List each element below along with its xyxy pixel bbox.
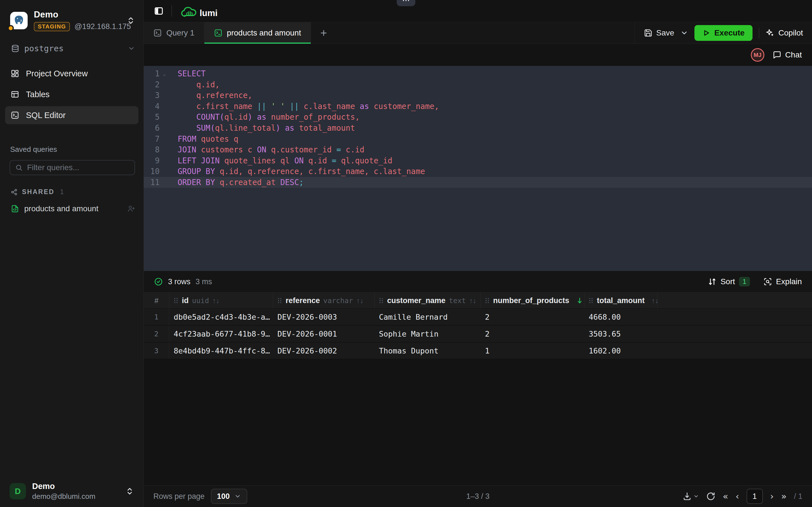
column-drag-handle-icon[interactable]	[589, 297, 594, 304]
code-line[interactable]: 11ORDER BY q.created_at DESC;	[144, 177, 812, 188]
copilot-button[interactable]: Copilot	[765, 29, 803, 38]
column-header-number_of_products[interactable]: number_of_productsbig…	[480, 293, 584, 308]
column-sort-icon[interactable]: ↑↓	[212, 297, 219, 305]
next-page-button[interactable]: ›	[770, 491, 774, 502]
execute-button[interactable]: Execute	[695, 25, 752, 41]
column-drag-handle-icon[interactable]	[277, 297, 282, 304]
explain-button[interactable]: Explain	[763, 277, 802, 286]
code-text: COUNT(ql.id) as number_of_products,	[169, 112, 360, 122]
project-host: @192.168.1.175	[74, 22, 131, 31]
gutter-spacer	[160, 144, 169, 155]
column-header-id[interactable]: iduuid↑↓	[169, 293, 273, 308]
line-number: 3	[144, 90, 160, 101]
shared-section-header[interactable]: SHARED 1	[11, 188, 133, 196]
code-line[interactable]: 8JOIN customers c ON q.customer_id = c.i…	[144, 144, 812, 155]
table-cell[interactable]: Camille Bernard	[374, 309, 480, 325]
saved-query-item[interactable]: products and amount	[11, 204, 135, 213]
download-options-icon[interactable]	[693, 494, 699, 499]
main-area: db lumi Query 1products and amount Save	[144, 0, 812, 507]
code-text: SELECT	[169, 68, 206, 79]
table-row[interactable]: 1db0e5ad2-c4d3-4b3e-a…DEV-2026-0003Camil…	[144, 309, 812, 326]
table-cell[interactable]: 1	[480, 342, 584, 359]
gutter-spacer	[160, 122, 169, 133]
table-cell[interactable]: Thomas Dupont	[374, 342, 480, 359]
sidebar-item-project-overview[interactable]: Project Overview	[5, 64, 139, 82]
table-cell[interactable]: DEV-2026-0003	[273, 309, 374, 325]
code-line[interactable]: 4 c.first_name || ' ' || c.last_name as …	[144, 101, 812, 112]
results-toolbar: 3 rows 3 ms Sort 1 Explain	[144, 271, 812, 292]
app-window: Demo STAGING @192.168.1.175 postgres Pro…	[0, 0, 812, 507]
pager-controls: « ‹ 1 › » / 1	[682, 489, 802, 504]
code-line[interactable]: 3 q.reference,	[144, 90, 812, 101]
previous-page-button[interactable]: ‹	[735, 491, 739, 502]
table-cell[interactable]: 2	[480, 326, 584, 342]
code-line[interactable]: 10GROUP BY q.id, q.reference, c.first_na…	[144, 166, 812, 177]
column-drag-handle-icon[interactable]	[485, 297, 490, 304]
table-cell[interactable]: 1602.00	[584, 342, 658, 359]
fold-chevron-icon[interactable]: ⌄	[160, 68, 169, 79]
line-number: 1	[144, 68, 160, 79]
row-filler	[658, 309, 812, 325]
column-header-customer_name[interactable]: customer_nametext↑↓	[374, 293, 480, 308]
chevron-down-icon	[128, 45, 135, 52]
first-page-button[interactable]: «	[723, 491, 728, 502]
column-header-reference[interactable]: referencevarchar↑↓	[273, 293, 374, 308]
table-cell[interactable]: DEV-2026-0001	[273, 326, 374, 342]
column-sort-icon[interactable]: ↑↓	[652, 297, 658, 305]
editor-actions: Save Execute Copilot	[635, 22, 812, 44]
table-cell[interactable]: db0e5ad2-c4d3-4b3e-a…	[169, 309, 273, 325]
sort-button[interactable]: Sort 1	[708, 277, 750, 286]
sidebar-item-sql-editor[interactable]: SQL Editor	[5, 106, 139, 124]
rows-per-page-select[interactable]: 100	[211, 489, 247, 504]
last-page-button[interactable]: »	[781, 491, 786, 502]
table-row[interactable]: 38e4bd4b9-447b-4ffc-8…DEV-2026-0002Thoma…	[144, 342, 812, 359]
filter-queries-input[interactable]	[27, 163, 130, 172]
database-selector[interactable]: postgres	[0, 44, 144, 53]
table-row[interactable]: 24cf23aab-6677-41b8-9…DEV-2026-0001Sophi…	[144, 326, 812, 342]
success-check-icon	[154, 277, 163, 286]
tab-query-1[interactable]: Query 1	[144, 22, 204, 44]
sidebar-toggle-icon[interactable]	[154, 6, 163, 16]
column-sort-icon[interactable]: ↑↓	[356, 297, 363, 305]
code-line[interactable]: 9LEFT JOIN quote_lines ql ON q.id = ql.q…	[144, 155, 812, 166]
code-line[interactable]: 2 q.id,	[144, 79, 812, 90]
chat-button[interactable]: Chat	[773, 50, 802, 59]
column-drag-handle-icon[interactable]	[378, 297, 384, 304]
refresh-icon[interactable]	[706, 492, 715, 501]
table-cell[interactable]: DEV-2026-0002	[273, 342, 374, 359]
saved-query-label: products and amount	[24, 204, 122, 213]
code-line[interactable]: 1⌄SELECT	[144, 68, 812, 79]
code-line[interactable]: 6 SUM(ql.line_total) as total_amount	[144, 122, 812, 133]
download-icon[interactable]	[682, 492, 692, 501]
table-cell[interactable]: Sophie Martin	[374, 326, 480, 342]
column-name: reference	[286, 296, 320, 305]
sidebar-item-tables[interactable]: Tables	[5, 86, 139, 103]
table-cell[interactable]: 3503.65	[584, 326, 658, 342]
collaborator-avatar[interactable]: MJ	[751, 48, 764, 62]
table-cell[interactable]: 8e4bd4b9-447b-4ffc-8…	[169, 342, 273, 359]
user-plus-icon[interactable]	[127, 205, 135, 213]
table-cell[interactable]: 4cf23aab-6677-41b8-9…	[169, 326, 273, 342]
search-icon	[15, 164, 22, 171]
table-cell[interactable]: 2	[480, 309, 584, 325]
tab-products-and-amount[interactable]: products and amount	[204, 22, 311, 44]
environment-badge: STAGING	[34, 22, 70, 31]
save-options-button[interactable]	[680, 29, 688, 37]
column-header-total_amount[interactable]: total_amountnumeric↑↓	[584, 293, 658, 308]
column-drag-handle-icon[interactable]	[173, 297, 179, 304]
divider	[759, 27, 759, 38]
table-cell[interactable]: 4668.00	[584, 309, 658, 325]
table-icon	[11, 90, 19, 99]
postgres-logo	[10, 12, 28, 29]
sql-editor[interactable]: 1⌄SELECT2 q.id,3 q.reference,4 c.first_n…	[144, 66, 812, 271]
user-menu[interactable]: D Demo demo@dblumi.com	[0, 475, 144, 507]
pane-resize-handle[interactable]	[397, 0, 415, 6]
project-switcher[interactable]: Demo STAGING @192.168.1.175	[0, 0, 144, 31]
save-button[interactable]: Save	[644, 29, 674, 38]
code-line[interactable]: 7FROM quotes q	[144, 133, 812, 145]
code-line[interactable]: 5 COUNT(ql.id) as number_of_products,	[144, 112, 812, 122]
sorted-desc-icon[interactable]	[576, 297, 583, 304]
column-sort-icon[interactable]: ↑↓	[469, 297, 476, 305]
current-page-input[interactable]: 1	[747, 489, 763, 504]
new-tab-button[interactable]	[311, 22, 336, 44]
